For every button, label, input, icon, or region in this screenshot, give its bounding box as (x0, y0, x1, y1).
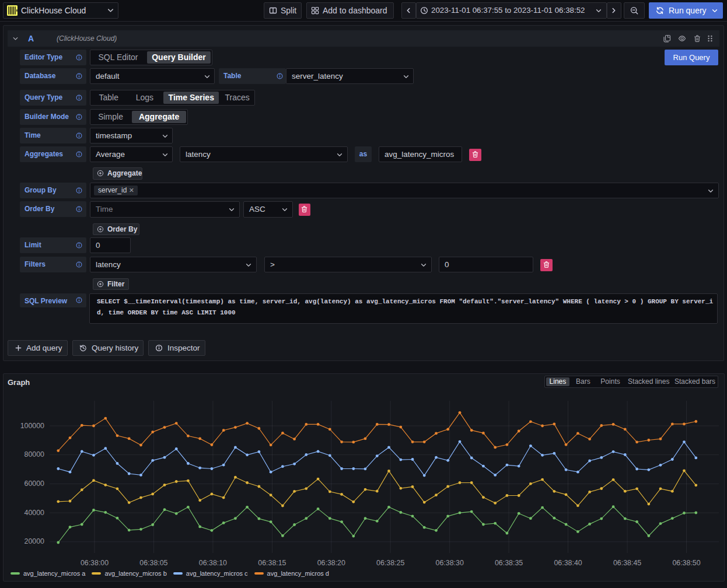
svg-text:06:38:45: 06:38:45 (613, 559, 641, 567)
svg-text:06:38:25: 06:38:25 (376, 559, 404, 567)
svg-text:06:38:00: 06:38:00 (81, 559, 109, 567)
svg-text:06:38:15: 06:38:15 (258, 559, 286, 567)
svg-text:06:38:50: 06:38:50 (672, 559, 700, 567)
svg-text:06:38:20: 06:38:20 (317, 559, 345, 567)
svg-text:06:38:30: 06:38:30 (436, 559, 464, 567)
svg-text:40000: 40000 (25, 509, 45, 517)
svg-text:100000: 100000 (20, 422, 44, 430)
svg-text:06:38:40: 06:38:40 (554, 559, 582, 567)
svg-text:06:38:05: 06:38:05 (139, 559, 167, 567)
svg-text:80000: 80000 (25, 450, 45, 459)
svg-text:20000: 20000 (25, 537, 45, 545)
svg-text:60000: 60000 (25, 480, 45, 488)
svg-text:06:38:10: 06:38:10 (199, 559, 227, 567)
svg-text:06:38:35: 06:38:35 (495, 559, 523, 567)
